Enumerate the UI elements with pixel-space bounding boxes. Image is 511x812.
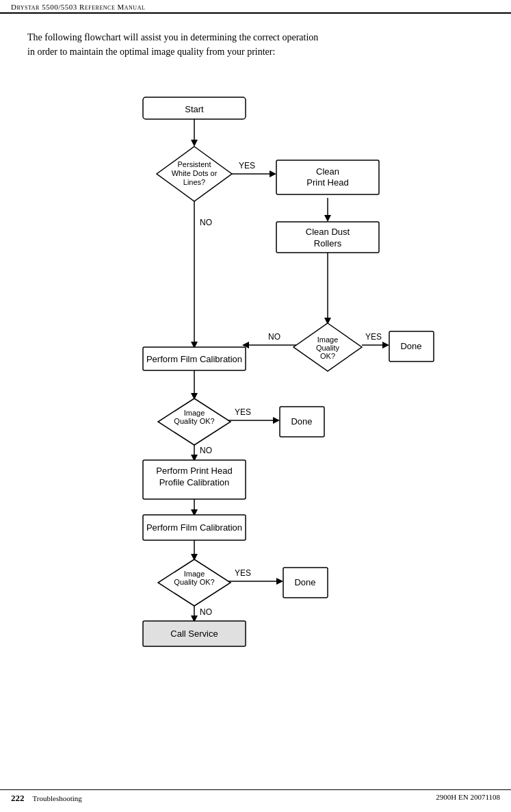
diamond-2-line1: Image — [317, 335, 338, 344]
svg-marker-7 — [324, 215, 331, 222]
yes-label-4: YES — [235, 568, 251, 578]
header-title: Drystar 5500/5503 Reference Manual — [11, 3, 145, 11]
svg-marker-3 — [270, 170, 276, 177]
svg-marker-1 — [191, 140, 198, 147]
call-service-label: Call Service — [170, 629, 218, 639]
diamond-3-line1: Image — [183, 409, 205, 417]
done-1-label: Done — [400, 341, 421, 351]
flowchart-container: YES NO YES NO YES — [75, 78, 437, 670]
intro-paragraph: The following flowchart will assist you … — [27, 30, 484, 59]
start-label: Start — [185, 104, 204, 114]
no-label-1: NO — [200, 218, 212, 227]
perform-film-cal-1-label: Perform Film Calibration — [146, 354, 241, 364]
footer-doc-ref: 2900H EN 20071108 — [436, 793, 500, 804]
diamond-2-line2: Quality — [315, 344, 339, 352]
diamond-1-line1: Persistent — [177, 160, 211, 168]
diamond-2-line3: OK? — [319, 352, 335, 360]
diamond-1-line2: White Dots or — [171, 169, 217, 177]
footer-left: 222 Troubleshooting — [11, 793, 82, 804]
yes-label-3: YES — [235, 407, 251, 417]
page-footer: 222 Troubleshooting 2900H EN 20071108 — [0, 789, 511, 804]
page-number: 222 — [11, 793, 25, 804]
intro-line1: The following flowchart will assist you … — [27, 32, 318, 42]
yes-label-2: YES — [365, 332, 382, 342]
perform-film-cal-2-label: Perform Film Calibration — [146, 522, 241, 533]
diamond-1-line3: Lines? — [183, 178, 205, 186]
svg-marker-17 — [273, 417, 280, 424]
clean-print-head-line2: Print Head — [306, 177, 348, 188]
diamond-3-line2: Quality OK? — [174, 417, 214, 425]
intro-line2: in order to maintain the optimal image q… — [27, 47, 275, 57]
clean-print-head-line1: Clean — [316, 166, 339, 177]
page-header: Drystar 5500/5503 Reference Manual — [0, 0, 511, 14]
perform-ph-profile-line1: Perform Print Head — [156, 466, 232, 476]
perform-ph-profile-line2: Profile Calibration — [159, 477, 229, 487]
page-content: The following flowchart will assist you … — [0, 14, 511, 690]
clean-dust-rollers-line1: Clean Dust — [305, 227, 350, 237]
clean-dust-rollers-line2: Rollers — [313, 238, 341, 249]
no-label-2: NO — [268, 332, 280, 342]
yes-label-1: YES — [239, 161, 255, 170]
flowchart-svg: YES NO YES NO YES — [75, 78, 437, 667]
no-label-4: NO — [200, 607, 212, 617]
svg-marker-25 — [276, 578, 283, 585]
footer-section: Troubleshooting — [33, 794, 82, 802]
no-label-3: NO — [200, 446, 212, 455]
diamond-4-line1: Image — [183, 570, 205, 578]
done-3-label: Done — [294, 577, 315, 587]
diamond-4-line2: Quality OK? — [174, 578, 214, 586]
svg-marker-11 — [382, 342, 389, 348]
done-2-label: Done — [291, 416, 312, 427]
